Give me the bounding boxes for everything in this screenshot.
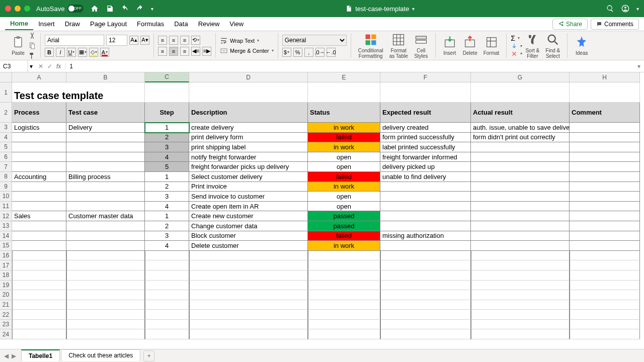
cell[interactable] <box>12 260 66 270</box>
cell[interactable]: 1 <box>145 211 189 221</box>
format-painter-icon[interactable] <box>28 52 36 60</box>
account-dropdown[interactable]: ▾ <box>636 6 639 12</box>
search-icon[interactable] <box>606 5 614 13</box>
cell[interactable] <box>471 202 570 212</box>
cell[interactable] <box>570 123 640 133</box>
cell[interactable] <box>308 320 380 330</box>
cell[interactable] <box>12 281 66 291</box>
cell[interactable] <box>308 290 380 300</box>
column-header-F[interactable]: F <box>380 72 471 82</box>
cell[interactable] <box>189 251 308 261</box>
cell[interactable] <box>471 260 570 270</box>
cell[interactable]: delivery created <box>380 123 471 133</box>
align-right-icon[interactable]: ≡ <box>180 47 189 56</box>
cell[interactable]: notify freight forwarder <box>189 152 308 162</box>
menu-page-layout[interactable]: Page Layout <box>85 18 132 30</box>
cell[interactable]: unable to find delivery <box>380 172 471 182</box>
cell[interactable]: 2 <box>145 133 189 143</box>
format-cells-button[interactable]: Format <box>480 34 503 57</box>
fill-icon[interactable] <box>511 43 518 50</box>
row-header-7[interactable]: 7 <box>0 162 12 172</box>
menu-draw[interactable]: Draw <box>60 18 85 30</box>
cell[interactable] <box>12 152 66 162</box>
cell[interactable] <box>66 152 145 162</box>
cell[interactable] <box>66 290 145 300</box>
cell[interactable] <box>12 251 66 261</box>
font-name-select[interactable] <box>45 35 104 46</box>
row-header-16[interactable]: 16 <box>0 251 12 261</box>
cell[interactable] <box>471 281 570 291</box>
cell[interactable] <box>189 310 308 320</box>
column-header-G[interactable]: G <box>471 72 570 82</box>
cell[interactable] <box>66 320 145 330</box>
cell[interactable]: form didn't print out correctly <box>471 133 570 143</box>
minimize-window[interactable] <box>15 6 21 12</box>
row-header-15[interactable]: 15 <box>0 241 12 251</box>
save-icon[interactable] <box>106 5 114 13</box>
cell[interactable] <box>570 162 640 172</box>
cell[interactable] <box>66 231 145 241</box>
select-all-corner[interactable] <box>0 72 12 82</box>
row-header-17[interactable]: 17 <box>0 260 12 270</box>
accept-formula-icon[interactable]: ✓ <box>47 63 52 70</box>
row-header-19[interactable]: 19 <box>0 281 12 291</box>
cell[interactable]: Logistics <box>12 123 66 133</box>
cell[interactable] <box>308 310 380 320</box>
cell[interactable] <box>380 202 471 212</box>
cell[interactable] <box>471 152 570 162</box>
conditional-formatting-button[interactable]: Conditional Formatting <box>355 32 386 60</box>
fill-color-button[interactable]: ◇▾ <box>89 48 98 57</box>
cell[interactable] <box>570 281 640 291</box>
cell[interactable]: Step <box>145 103 189 123</box>
column-header-B[interactable]: B <box>66 72 145 82</box>
cell[interactable]: Billing process <box>66 172 145 182</box>
cancel-formula-icon[interactable]: ✕ <box>38 63 43 70</box>
cell[interactable] <box>380 281 471 291</box>
cell[interactable] <box>471 192 570 202</box>
cell[interactable]: Create new customer <box>189 211 308 221</box>
cell[interactable] <box>12 162 66 172</box>
cell[interactable] <box>66 260 145 270</box>
cell[interactable] <box>380 192 471 202</box>
cell[interactable] <box>66 300 145 310</box>
cell[interactable]: print delivery form <box>189 133 308 143</box>
cell[interactable]: label printed successfully <box>380 142 471 152</box>
row-header-8[interactable]: 8 <box>0 172 12 182</box>
cell[interactable] <box>12 231 66 241</box>
increase-decimal-icon[interactable]: .0→ <box>315 48 325 57</box>
cell[interactable] <box>66 221 145 231</box>
bold-button[interactable]: B <box>45 48 54 57</box>
cell[interactable]: in work <box>308 142 380 152</box>
menu-home[interactable]: Home <box>5 18 33 30</box>
cell[interactable] <box>12 300 66 310</box>
cell[interactable] <box>189 82 308 103</box>
cell[interactable]: freight forwarder informed <box>380 152 471 162</box>
cell[interactable] <box>380 211 471 221</box>
number-format-select[interactable]: General <box>282 35 347 46</box>
cell[interactable] <box>570 251 640 261</box>
share-button[interactable]: Share <box>552 19 588 30</box>
cell[interactable] <box>145 290 189 300</box>
underline-button[interactable]: U▾ <box>67 48 76 57</box>
cell[interactable]: form printed successfully <box>380 133 471 143</box>
cell[interactable] <box>471 211 570 221</box>
cell[interactable] <box>12 310 66 320</box>
cell[interactable] <box>308 270 380 281</box>
row-header-18[interactable]: 18 <box>0 270 12 281</box>
cell[interactable] <box>12 142 66 152</box>
cell[interactable]: in work <box>308 123 380 133</box>
cell[interactable]: Test case <box>66 103 145 123</box>
cell[interactable] <box>570 133 640 143</box>
menu-data[interactable]: Data <box>169 18 193 30</box>
cell[interactable] <box>12 221 66 231</box>
expand-formula-bar[interactable]: ▾ <box>634 63 644 70</box>
cell[interactable]: 4 <box>145 202 189 212</box>
cell[interactable]: Accounting <box>12 172 66 182</box>
cell[interactable]: Sales <box>12 211 66 221</box>
insert-cells-button[interactable]: Insert <box>440 34 460 57</box>
cell[interactable] <box>380 251 471 261</box>
cut-icon[interactable] <box>28 32 36 40</box>
row-header-23[interactable]: 23 <box>0 320 12 330</box>
cell[interactable] <box>471 251 570 261</box>
cell[interactable] <box>66 241 145 251</box>
